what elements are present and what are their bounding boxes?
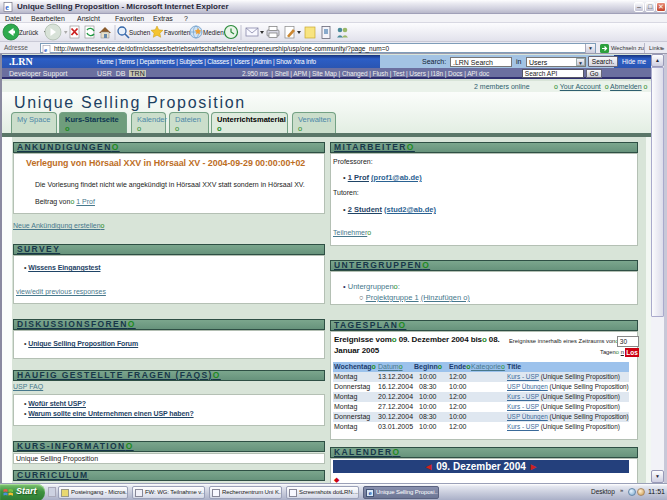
svg-text:Zurück: Zurück (19, 29, 39, 36)
svg-text:Favoriten: Favoriten (164, 29, 191, 36)
svg-text:Medien: Medien (203, 29, 224, 36)
svg-text:e: e (44, 46, 47, 54)
svg-text:e: e (5, 3, 9, 12)
svg-text:Suchen: Suchen (129, 29, 151, 36)
